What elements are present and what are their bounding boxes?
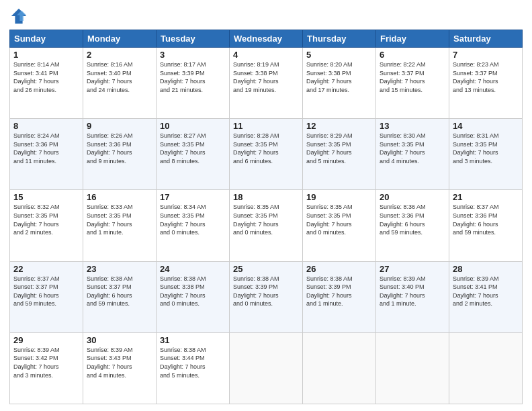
calendar-cell: 19Sunrise: 8:35 AMSunset: 3:35 PMDayligh… (303, 190, 376, 261)
day-info: Sunrise: 8:26 AMSunset: 3:36 PMDaylight:… (87, 132, 152, 165)
calendar-cell: 6Sunrise: 8:22 AMSunset: 3:37 PMDaylight… (376, 48, 449, 119)
day-number: 19 (306, 192, 372, 202)
day-number: 12 (306, 121, 372, 131)
calendar-cell: 20Sunrise: 8:36 AMSunset: 3:36 PMDayligh… (376, 190, 449, 261)
day-number: 29 (13, 335, 79, 345)
day-info: Sunrise: 8:35 AMSunset: 3:35 PMDaylight:… (233, 203, 299, 236)
day-info: Sunrise: 8:39 AMSunset: 3:43 PMDaylight:… (87, 346, 152, 379)
day-info: Sunrise: 8:39 AMSunset: 3:42 PMDaylight:… (13, 346, 79, 379)
calendar-cell: 8Sunrise: 8:24 AMSunset: 3:36 PMDaylight… (10, 119, 83, 190)
day-number: 18 (233, 192, 299, 202)
week-row-3: 15Sunrise: 8:32 AMSunset: 3:35 PMDayligh… (10, 190, 523, 261)
week-row-4: 22Sunrise: 8:37 AMSunset: 3:37 PMDayligh… (10, 261, 523, 332)
week-row-5: 29Sunrise: 8:39 AMSunset: 3:42 PMDayligh… (10, 332, 523, 404)
calendar-cell: 28Sunrise: 8:39 AMSunset: 3:41 PMDayligh… (449, 261, 523, 332)
calendar-cell: 23Sunrise: 8:38 AMSunset: 3:37 PMDayligh… (83, 261, 157, 332)
day-info: Sunrise: 8:19 AMSunset: 3:38 PMDaylight:… (233, 60, 299, 94)
day-number: 16 (87, 192, 152, 202)
day-number: 9 (87, 121, 152, 131)
day-info: Sunrise: 8:23 AMSunset: 3:37 PMDaylight:… (453, 60, 519, 94)
day-number: 21 (453, 192, 519, 202)
page: SundayMondayTuesdayWednesdayThursdayFrid… (0, 0, 532, 411)
day-number: 31 (160, 335, 226, 345)
day-number: 28 (453, 264, 519, 274)
calendar-cell: 18Sunrise: 8:35 AMSunset: 3:35 PMDayligh… (230, 190, 303, 261)
day-info: Sunrise: 8:29 AMSunset: 3:35 PMDaylight:… (306, 132, 372, 165)
day-info: Sunrise: 8:38 AMSunset: 3:39 PMDaylight:… (233, 275, 299, 308)
day-info: Sunrise: 8:24 AMSunset: 3:36 PMDaylight:… (13, 132, 79, 165)
day-info: Sunrise: 8:38 AMSunset: 3:44 PMDaylight:… (160, 346, 226, 379)
calendar-cell: 15Sunrise: 8:32 AMSunset: 3:35 PMDayligh… (10, 190, 83, 261)
day-info: Sunrise: 8:20 AMSunset: 3:38 PMDaylight:… (306, 60, 372, 94)
day-info: Sunrise: 8:39 AMSunset: 3:40 PMDaylight:… (380, 275, 445, 308)
day-info: Sunrise: 8:37 AMSunset: 3:36 PMDaylight:… (453, 203, 519, 236)
calendar-cell (230, 332, 303, 404)
calendar-cell: 5Sunrise: 8:20 AMSunset: 3:38 PMDaylight… (303, 48, 376, 119)
day-number: 10 (160, 121, 226, 131)
day-number: 2 (87, 50, 152, 60)
weekday-header-thursday: Thursday (303, 30, 376, 48)
day-number: 7 (453, 50, 519, 60)
header (9, 7, 523, 26)
day-info: Sunrise: 8:30 AMSunset: 3:35 PMDaylight:… (380, 132, 445, 165)
week-row-1: 1Sunrise: 8:14 AMSunset: 3:41 PMDaylight… (10, 48, 523, 119)
weekday-header-monday: Monday (83, 30, 157, 48)
calendar-cell: 22Sunrise: 8:37 AMSunset: 3:37 PMDayligh… (10, 261, 83, 332)
day-number: 17 (160, 192, 226, 202)
calendar-cell: 4Sunrise: 8:19 AMSunset: 3:38 PMDaylight… (230, 48, 303, 119)
calendar-cell: 29Sunrise: 8:39 AMSunset: 3:42 PMDayligh… (10, 332, 83, 404)
day-number: 20 (380, 192, 445, 202)
calendar-cell: 26Sunrise: 8:38 AMSunset: 3:39 PMDayligh… (303, 261, 376, 332)
day-number: 13 (380, 121, 445, 131)
day-number: 8 (13, 121, 79, 131)
day-number: 27 (380, 264, 445, 274)
day-info: Sunrise: 8:16 AMSunset: 3:40 PMDaylight:… (87, 60, 152, 94)
day-number: 1 (13, 50, 79, 60)
calendar-cell: 27Sunrise: 8:39 AMSunset: 3:40 PMDayligh… (376, 261, 449, 332)
weekday-header-tuesday: Tuesday (157, 30, 230, 48)
week-row-2: 8Sunrise: 8:24 AMSunset: 3:36 PMDaylight… (10, 119, 523, 190)
day-info: Sunrise: 8:38 AMSunset: 3:38 PMDaylight:… (160, 275, 226, 308)
day-number: 25 (233, 264, 299, 274)
calendar-cell (376, 332, 449, 404)
calendar-cell: 11Sunrise: 8:28 AMSunset: 3:35 PMDayligh… (230, 119, 303, 190)
day-info: Sunrise: 8:38 AMSunset: 3:37 PMDaylight:… (87, 275, 152, 308)
day-number: 15 (13, 192, 79, 202)
svg-marker-0 (11, 9, 26, 24)
calendar-cell: 3Sunrise: 8:17 AMSunset: 3:39 PMDaylight… (157, 48, 230, 119)
weekday-header-wednesday: Wednesday (230, 30, 303, 48)
calendar-cell: 9Sunrise: 8:26 AMSunset: 3:36 PMDaylight… (83, 119, 157, 190)
calendar-cell: 17Sunrise: 8:34 AMSunset: 3:35 PMDayligh… (157, 190, 230, 261)
weekday-header-sunday: Sunday (10, 30, 83, 48)
weekday-header-friday: Friday (376, 30, 449, 48)
calendar-cell: 21Sunrise: 8:37 AMSunset: 3:36 PMDayligh… (449, 190, 523, 261)
day-info: Sunrise: 8:27 AMSunset: 3:35 PMDaylight:… (160, 132, 226, 165)
calendar-cell: 2Sunrise: 8:16 AMSunset: 3:40 PMDaylight… (83, 48, 157, 119)
day-info: Sunrise: 8:39 AMSunset: 3:41 PMDaylight:… (453, 275, 519, 308)
day-number: 24 (160, 264, 226, 274)
day-number: 5 (306, 50, 372, 60)
calendar-cell: 24Sunrise: 8:38 AMSunset: 3:38 PMDayligh… (157, 261, 230, 332)
day-info: Sunrise: 8:35 AMSunset: 3:35 PMDaylight:… (306, 203, 372, 236)
day-info: Sunrise: 8:38 AMSunset: 3:39 PMDaylight:… (306, 275, 372, 308)
day-info: Sunrise: 8:17 AMSunset: 3:39 PMDaylight:… (160, 60, 226, 94)
day-info: Sunrise: 8:36 AMSunset: 3:36 PMDaylight:… (380, 203, 445, 236)
calendar-cell: 1Sunrise: 8:14 AMSunset: 3:41 PMDaylight… (10, 48, 83, 119)
day-info: Sunrise: 8:31 AMSunset: 3:35 PMDaylight:… (453, 132, 519, 165)
day-info: Sunrise: 8:14 AMSunset: 3:41 PMDaylight:… (13, 60, 79, 94)
day-number: 26 (306, 264, 372, 274)
weekday-header-row: SundayMondayTuesdayWednesdayThursdayFrid… (10, 30, 523, 48)
calendar-body: 1Sunrise: 8:14 AMSunset: 3:41 PMDaylight… (10, 48, 523, 404)
day-info: Sunrise: 8:33 AMSunset: 3:35 PMDaylight:… (87, 203, 152, 236)
day-number: 22 (13, 264, 79, 274)
calendar-cell: 12Sunrise: 8:29 AMSunset: 3:35 PMDayligh… (303, 119, 376, 190)
calendar: SundayMondayTuesdayWednesdayThursdayFrid… (9, 30, 523, 404)
calendar-cell: 7Sunrise: 8:23 AMSunset: 3:37 PMDaylight… (449, 48, 523, 119)
day-number: 11 (233, 121, 299, 131)
logo-icon (9, 7, 28, 26)
day-number: 30 (87, 335, 152, 345)
day-info: Sunrise: 8:34 AMSunset: 3:35 PMDaylight:… (160, 203, 226, 236)
calendar-cell: 16Sunrise: 8:33 AMSunset: 3:35 PMDayligh… (83, 190, 157, 261)
weekday-header-saturday: Saturday (449, 30, 523, 48)
calendar-cell (303, 332, 376, 404)
